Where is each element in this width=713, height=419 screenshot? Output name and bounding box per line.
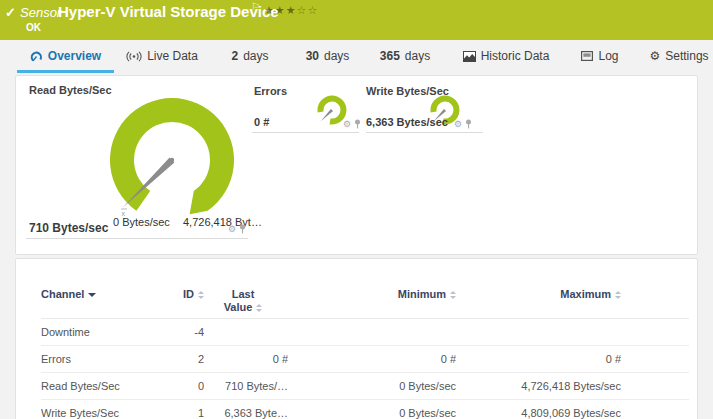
tab-label: days bbox=[324, 49, 349, 63]
channel-minimum bbox=[306, 319, 456, 346]
pin-icon[interactable] bbox=[354, 119, 361, 129]
channel-id: 1 bbox=[136, 400, 204, 419]
chart-icon bbox=[463, 51, 476, 62]
tab-365-days[interactable]: 365 days bbox=[374, 40, 436, 72]
column-header-last-value[interactable]: Last Value bbox=[198, 288, 288, 314]
sort-icon[interactable] bbox=[450, 291, 456, 299]
column-label: ID bbox=[183, 288, 194, 301]
sensor-kind-label: Sensor bbox=[20, 5, 61, 20]
channel-maximum: 4,726,418 Bytes/sec bbox=[471, 373, 621, 400]
section-divider bbox=[26, 238, 248, 239]
active-tab-underline bbox=[17, 70, 114, 73]
column-header-minimum[interactable]: Minimum bbox=[306, 288, 456, 301]
gauge-icon bbox=[30, 50, 43, 63]
stars-filled[interactable]: ★★★ bbox=[264, 4, 297, 16]
section-divider bbox=[252, 132, 359, 133]
channel-id: -4 bbox=[136, 319, 204, 346]
channel-id: 2 bbox=[136, 346, 204, 373]
column-label: Last bbox=[198, 288, 288, 301]
column-label: Value bbox=[224, 301, 253, 314]
tab-label: Historic Data bbox=[481, 49, 550, 63]
tab-2-days[interactable]: 2 days bbox=[225, 40, 275, 72]
column-label: Channel bbox=[41, 288, 84, 301]
sort-icon[interactable] bbox=[256, 304, 262, 312]
table-row[interactable]: Downtime -4 ⚙⚙ bbox=[41, 319, 689, 346]
tab-log[interactable]: Log bbox=[578, 40, 622, 72]
channel-maximum: 4,809,069 Bytes/sec bbox=[471, 400, 621, 419]
tab-settings[interactable]: ⚙ Settings bbox=[648, 40, 710, 72]
tab-historic-data[interactable]: Historic Data bbox=[460, 40, 552, 72]
gauge-value-errors: 0 # bbox=[254, 116, 269, 128]
channel-minimum: 0 # bbox=[306, 346, 456, 373]
read-bytes-gauge[interactable]: x bbox=[106, 96, 241, 218]
gauge-settings-icon[interactable]: ⚙ bbox=[343, 120, 351, 129]
channel-maximum: 0 # bbox=[471, 346, 621, 373]
column-label: Minimum bbox=[398, 288, 446, 301]
tab-number: 30 bbox=[306, 49, 319, 63]
channel-last-value bbox=[198, 319, 288, 346]
tab-label: Settings bbox=[665, 49, 708, 63]
channel-minimum: 0 Bytes/sec bbox=[306, 373, 456, 400]
column-header-maximum[interactable]: Maximum bbox=[471, 288, 621, 301]
channel-maximum bbox=[471, 319, 621, 346]
stars-empty[interactable]: ☆☆ bbox=[297, 4, 319, 16]
sensor-banner: ✓ Sensor OK Hyper-V Virtual Storage Devi… bbox=[0, 0, 713, 40]
gear-icon: ⚙ bbox=[649, 50, 660, 62]
gauges-panel: Read Bytes/Sec x 0 Bytes/sec 4,726,418 B… bbox=[15, 75, 698, 255]
channel-last-value: 0 # bbox=[198, 346, 288, 373]
tab-30-days[interactable]: 30 days bbox=[300, 40, 355, 72]
tab-overview[interactable]: Overview bbox=[17, 40, 114, 72]
table-row[interactable]: Read Bytes/Sec 0 710 Bytes/… 0 Bytes/sec… bbox=[41, 373, 689, 400]
sort-icon[interactable] bbox=[615, 291, 621, 299]
table-row[interactable]: Errors 2 0 # 0 # 0 # ⚙⚙ bbox=[41, 346, 689, 373]
gauge-value-read: 710 Bytes/sec bbox=[29, 221, 108, 235]
channel-minimum: 0 Bytes/sec bbox=[306, 400, 456, 419]
live-signal-icon bbox=[126, 51, 142, 62]
flag-icon[interactable]: ⚐ bbox=[251, 1, 260, 12]
pin-icon[interactable] bbox=[239, 224, 246, 234]
gauge-title-errors: Errors bbox=[254, 85, 287, 97]
tab-number: 365 bbox=[380, 49, 400, 63]
status-badge: OK bbox=[26, 22, 41, 33]
column-label: Maximum bbox=[560, 288, 611, 301]
pin-icon[interactable] bbox=[465, 119, 472, 129]
gauge-max-label: 4,726,418 Byt… bbox=[183, 216, 262, 228]
tab-label: Log bbox=[598, 49, 618, 63]
table-header-row: Channel ID Last Value Minimum Maximum bbox=[41, 279, 689, 319]
gauge-settings-icon[interactable]: ⚙ bbox=[228, 225, 236, 234]
gauge-value-write: 6,363 Bytes/sec bbox=[366, 116, 448, 128]
tab-label: days bbox=[243, 49, 268, 63]
section-divider bbox=[366, 132, 483, 133]
channels-table-panel: Channel ID Last Value Minimum Maximum bbox=[15, 258, 698, 419]
page-title: Hyper-V Virtual Storage Device bbox=[58, 3, 279, 20]
table-row[interactable]: Write Bytes/Sec 1 6,363 Byte… 0 Bytes/se… bbox=[41, 400, 689, 419]
tab-label: days bbox=[405, 49, 430, 63]
gauge-min-label: 0 Bytes/sec bbox=[113, 216, 170, 228]
tab-label: Live Data bbox=[147, 49, 198, 63]
gauge-title-read: Read Bytes/Sec bbox=[29, 84, 112, 96]
tab-bar: Overview Live Data 2 days 30 days 365 da… bbox=[0, 40, 713, 75]
channel-id: 0 bbox=[136, 373, 204, 400]
column-header-id[interactable]: ID bbox=[136, 288, 204, 301]
log-icon bbox=[581, 51, 593, 61]
tab-live-data[interactable]: Live Data bbox=[122, 40, 202, 72]
channel-last-value: 710 Bytes/… bbox=[198, 373, 288, 400]
status-ok-icon: ✓ bbox=[5, 5, 16, 20]
priority-stars[interactable]: ★★★☆☆ bbox=[264, 4, 318, 17]
chevron-down-icon bbox=[88, 293, 96, 297]
gauge-settings-icon[interactable]: ⚙ bbox=[454, 120, 462, 129]
tab-number: 2 bbox=[231, 49, 238, 63]
channel-last-value: 6,363 Byte… bbox=[198, 400, 288, 419]
tab-label: Overview bbox=[48, 49, 101, 63]
prtg-sensor-page: ✓ Sensor OK Hyper-V Virtual Storage Devi… bbox=[0, 0, 713, 419]
